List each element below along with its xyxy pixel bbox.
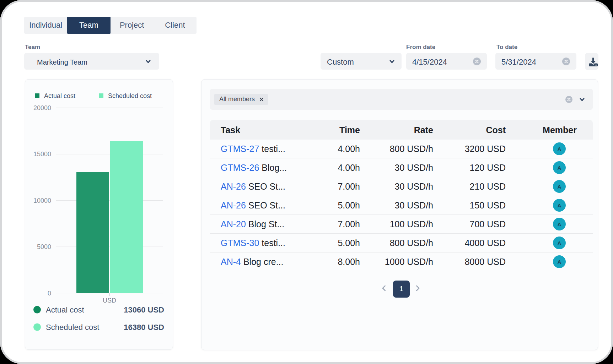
svg-text:USD: USD xyxy=(103,297,116,304)
svg-text:5000: 5000 xyxy=(37,243,51,250)
svg-text:10000: 10000 xyxy=(33,197,51,204)
svg-text:0: 0 xyxy=(48,290,51,297)
svg-text:16380 USD: 16380 USD xyxy=(124,323,164,332)
svg-text:20000: 20000 xyxy=(33,104,51,112)
svg-text:13060 USD: 13060 USD xyxy=(124,305,164,314)
svg-text:Scheduled cost: Scheduled cost xyxy=(46,323,99,332)
svg-text:Scheduled cost: Scheduled cost xyxy=(108,92,152,99)
svg-text:Actual cost: Actual cost xyxy=(44,92,75,99)
svg-text:Actual cost: Actual cost xyxy=(46,305,84,314)
svg-text:15000: 15000 xyxy=(33,151,51,158)
